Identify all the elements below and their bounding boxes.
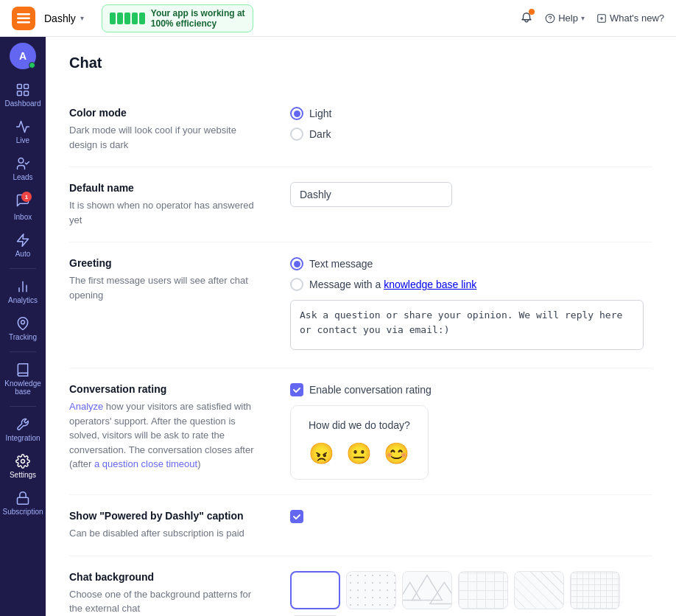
knowledge-base-link[interactable]: knowledge base link — [384, 279, 476, 290]
chevron-down-icon: ▾ — [581, 14, 585, 22]
topbar: Dashly ▾ Your app is working at 100% eff… — [0, 0, 676, 37]
greeting-left: Greeting The first message users will se… — [69, 257, 261, 302]
color-mode-options: Light Dark — [290, 107, 652, 141]
bg-pattern-cross[interactable] — [570, 571, 620, 609]
close-timeout-link[interactable]: a question close timeout — [94, 458, 197, 469]
sidebar-item-settings[interactable]: Settings — [4, 449, 42, 483]
bg-pattern-dots[interactable] — [346, 571, 396, 609]
radio-knowledge-link — [290, 278, 303, 291]
conversation-rating-right: Enable conversation rating How did we do… — [290, 383, 652, 480]
powered-by-title: Show "Powered by Dashly" caption — [69, 510, 261, 522]
greeting-right: Text message Message with a knowledge ba… — [290, 257, 652, 353]
radio-dark — [290, 127, 303, 141]
bg-pattern-triangles[interactable] — [402, 571, 452, 609]
bg-pattern-diagonal[interactable] — [514, 571, 564, 609]
conversation-rating-desc: Analyze how your visitors are satisfied … — [69, 399, 261, 472]
svg-rect-8 — [18, 91, 22, 96]
sidebar-item-tracking[interactable]: Tracking — [4, 312, 42, 346]
svg-rect-13 — [18, 497, 29, 504]
status-text: Your app is working at 100% efficiency — [151, 8, 245, 29]
content-area: Chat Color mode Dark mode will look cool… — [46, 37, 676, 616]
default-name-right — [290, 182, 652, 207]
greeting-textarea[interactable]: Ask a question or share your opinion. We… — [290, 300, 644, 350]
conversation-rating-row: Conversation rating Analyze how your vis… — [69, 368, 652, 495]
app-logo — [12, 7, 35, 30]
workspace-selector[interactable]: Dashly ▾ — [44, 13, 84, 24]
whats-new-button[interactable]: What's new? — [596, 13, 664, 24]
radio-light — [290, 107, 303, 120]
page-title: Chat — [69, 55, 652, 71]
default-name-left: Default name It is shown when no operato… — [69, 182, 261, 227]
knowledge-icon — [15, 363, 30, 377]
svg-point-12 — [21, 460, 25, 463]
color-mode-left: Color mode Dark mode will look cool if y… — [69, 107, 261, 152]
inbox-badge: 1 — [21, 192, 32, 202]
greeting-title: Greeting — [69, 257, 261, 269]
rating-neutral[interactable]: 😐 — [346, 441, 372, 466]
powered-by-checkbox — [290, 510, 303, 523]
sidebar: A Dashboard Live Leads 1 Inbox — [0, 37, 46, 616]
svg-rect-7 — [24, 85, 29, 89]
settings-icon — [15, 454, 30, 469]
rating-angry[interactable]: 😠 — [309, 441, 334, 466]
sidebar-item-subscription[interactable]: Subscription — [4, 486, 42, 520]
chat-background-right — [290, 571, 652, 617]
greeting-text-option[interactable]: Text message — [290, 257, 652, 270]
powered-by-desc: Can be disabled after subscription is pa… — [69, 526, 261, 541]
checkmark-icon — [292, 385, 301, 394]
greeting-desc: The first message users will see after c… — [69, 273, 261, 302]
notification-bell[interactable] — [520, 10, 533, 27]
default-name-desc: It is shown when no operator has answere… — [69, 198, 261, 227]
color-mode-light-option[interactable]: Light — [290, 107, 652, 120]
subscription-icon — [15, 491, 30, 505]
sidebar-item-auto[interactable]: Auto — [4, 228, 42, 262]
powered-by-left: Show "Powered by Dashly" caption Can be … — [69, 510, 261, 541]
color-mode-title: Color mode — [69, 107, 261, 119]
color-mode-row: Color mode Dark mode will look cool if y… — [69, 92, 652, 167]
rating-happy[interactable]: 😊 — [384, 441, 409, 466]
background-patterns — [290, 571, 652, 617]
greeting-options: Text message Message with a knowledge ba… — [290, 257, 652, 291]
help-button[interactable]: Help ▾ — [545, 13, 585, 24]
rating-preview: How did we do today? 😠 😐 😊 — [290, 405, 429, 480]
chevron-down-icon: ▾ — [80, 14, 84, 22]
svg-rect-6 — [18, 85, 22, 89]
analytics-icon — [15, 279, 30, 294]
conversation-rating-title: Conversation rating — [69, 383, 261, 395]
auto-icon — [15, 233, 30, 248]
sidebar-item-dashboard[interactable]: Dashboard — [4, 78, 42, 112]
online-dot — [29, 62, 35, 69]
enable-rating-checkbox — [290, 383, 303, 396]
powered-by-option[interactable] — [290, 510, 652, 523]
dashboard-icon — [15, 83, 30, 97]
color-mode-dark-option[interactable]: Dark — [290, 127, 652, 141]
sidebar-item-knowledge[interactable]: Knowledge base — [4, 358, 42, 400]
conversation-rating-left: Conversation rating Analyze how your vis… — [69, 383, 261, 472]
color-mode-desc: Dark mode will look cool if your website… — [69, 123, 261, 152]
live-icon — [15, 119, 30, 134]
sidebar-item-leads[interactable]: Leads — [4, 152, 42, 186]
greeting-knowledge-option[interactable]: Message with a knowledge base link — [290, 278, 652, 291]
chat-background-left: Chat background Choose one of the backgr… — [69, 571, 261, 616]
sidebar-divider-2 — [10, 351, 36, 352]
sidebar-item-live[interactable]: Live — [4, 115, 42, 149]
powered-by-right — [290, 510, 652, 532]
bg-pattern-plain[interactable] — [290, 571, 340, 609]
notification-dot — [529, 9, 535, 15]
sidebar-divider — [10, 268, 36, 269]
checkmark-icon-2 — [292, 512, 301, 521]
analyze-link[interactable]: Analyze — [69, 401, 103, 412]
radio-text-message — [290, 257, 303, 270]
svg-rect-2 — [17, 21, 30, 24]
default-name-input[interactable] — [290, 182, 452, 207]
default-name-title: Default name — [69, 182, 261, 194]
main-layout: A Dashboard Live Leads 1 Inbox — [0, 37, 676, 616]
sidebar-item-analytics[interactable]: Analytics — [4, 275, 42, 309]
svg-point-10 — [18, 158, 24, 164]
sidebar-item-integration[interactable]: Integration — [4, 413, 42, 447]
sidebar-item-inbox[interactable]: 1 Inbox — [4, 189, 42, 225]
enable-rating-option[interactable]: Enable conversation rating — [290, 383, 652, 396]
bg-pattern-grid[interactable] — [458, 571, 508, 609]
avatar: A — [10, 43, 36, 69]
battery-icon — [110, 13, 145, 24]
